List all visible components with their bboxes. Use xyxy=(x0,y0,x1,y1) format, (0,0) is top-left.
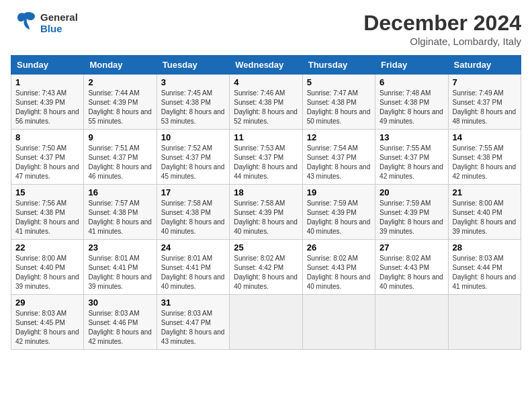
sunrise-line: Sunrise: 8:00 AM xyxy=(453,199,517,208)
day-detail: Sunrise: 8:03 AMSunset: 4:44 PMDaylight:… xyxy=(453,254,517,291)
sunrise-line: Sunrise: 7:58 AM xyxy=(161,199,225,208)
daylight-line: Daylight: 8 hours and 43 minutes. xyxy=(161,328,225,347)
sunrise-line: Sunrise: 7:58 AM xyxy=(234,199,298,208)
day-number: 18 xyxy=(234,187,298,197)
calendar-cell: 18Sunrise: 7:58 AMSunset: 4:39 PMDayligh… xyxy=(230,185,302,240)
day-detail: Sunrise: 7:47 AMSunset: 4:38 PMDaylight:… xyxy=(307,89,371,126)
daylight-line: Daylight: 8 hours and 48 minutes. xyxy=(453,107,517,126)
sunset-line: Sunset: 4:37 PM xyxy=(453,98,517,107)
day-number: 20 xyxy=(380,187,443,197)
sunset-line: Sunset: 4:38 PM xyxy=(453,153,517,163)
daylight-line: Daylight: 8 hours and 47 minutes. xyxy=(15,163,79,181)
daylight-line: Daylight: 8 hours and 53 minutes. xyxy=(161,107,225,126)
sunset-line: Sunset: 4:37 PM xyxy=(307,153,371,163)
day-number: 27 xyxy=(380,242,443,253)
day-number: 29 xyxy=(15,298,79,308)
day-detail: Sunrise: 7:52 AMSunset: 4:37 PMDaylight:… xyxy=(161,144,225,181)
day-number: 30 xyxy=(88,298,152,308)
day-number: 21 xyxy=(453,187,517,197)
daylight-line: Daylight: 8 hours and 39 minutes. xyxy=(380,218,443,236)
sunrise-line: Sunrise: 7:49 AM xyxy=(453,89,517,98)
week-row-4: 22Sunrise: 8:00 AMSunset: 4:40 PMDayligh… xyxy=(11,240,521,295)
dow-header-saturday: Saturday xyxy=(448,56,521,75)
sunset-line: Sunset: 4:43 PM xyxy=(380,263,443,273)
logo-blue: Blue xyxy=(40,23,78,34)
calendar-cell: 15Sunrise: 7:56 AMSunset: 4:38 PMDayligh… xyxy=(11,185,84,240)
day-detail: Sunrise: 8:02 AMSunset: 4:42 PMDaylight:… xyxy=(234,254,298,291)
day-number: 24 xyxy=(161,242,225,253)
day-detail: Sunrise: 7:43 AMSunset: 4:39 PMDaylight:… xyxy=(15,89,79,126)
day-number: 31 xyxy=(161,298,225,308)
calendar-cell: 1Sunrise: 7:43 AMSunset: 4:39 PMDaylight… xyxy=(11,75,84,130)
sunrise-line: Sunrise: 7:46 AM xyxy=(234,89,298,98)
day-number: 28 xyxy=(453,242,517,253)
calendar-cell: 13Sunrise: 7:55 AMSunset: 4:37 PMDayligh… xyxy=(375,130,448,185)
daylight-line: Daylight: 8 hours and 39 minutes. xyxy=(88,273,152,291)
day-detail: Sunrise: 7:55 AMSunset: 4:38 PMDaylight:… xyxy=(453,144,517,181)
sunset-line: Sunset: 4:44 PM xyxy=(453,263,517,273)
calendar-cell: 26Sunrise: 8:02 AMSunset: 4:43 PMDayligh… xyxy=(302,240,375,295)
calendar-cell: 9Sunrise: 7:51 AMSunset: 4:37 PMDaylight… xyxy=(84,130,157,185)
dow-header-thursday: Thursday xyxy=(302,56,375,75)
day-number: 15 xyxy=(15,187,79,197)
sunset-line: Sunset: 4:39 PM xyxy=(15,98,79,107)
day-detail: Sunrise: 7:58 AMSunset: 4:39 PMDaylight:… xyxy=(234,199,298,236)
logo-text: General Blue xyxy=(40,11,78,35)
calendar-cell: 4Sunrise: 7:46 AMSunset: 4:38 PMDaylight… xyxy=(230,75,302,130)
sunrise-line: Sunrise: 8:03 AM xyxy=(453,254,517,263)
daylight-line: Daylight: 8 hours and 40 minutes. xyxy=(161,273,225,291)
dow-header-friday: Friday xyxy=(375,56,448,75)
daylight-line: Daylight: 8 hours and 41 minutes. xyxy=(88,218,152,236)
daylight-line: Daylight: 8 hours and 45 minutes. xyxy=(161,163,225,181)
sunset-line: Sunset: 4:38 PM xyxy=(161,98,225,107)
calendar-cell xyxy=(302,295,375,350)
sunset-line: Sunset: 4:38 PM xyxy=(15,208,79,218)
sunset-line: Sunset: 4:39 PM xyxy=(380,208,443,218)
calendar-cell: 30Sunrise: 8:03 AMSunset: 4:46 PMDayligh… xyxy=(84,295,157,350)
sunrise-line: Sunrise: 7:59 AM xyxy=(380,199,443,208)
calendar-cell: 27Sunrise: 8:02 AMSunset: 4:43 PMDayligh… xyxy=(375,240,448,295)
day-number: 14 xyxy=(453,132,517,142)
daylight-line: Daylight: 8 hours and 39 minutes. xyxy=(15,273,79,291)
sunset-line: Sunset: 4:40 PM xyxy=(15,263,79,273)
dow-header-monday: Monday xyxy=(84,56,157,75)
day-number: 5 xyxy=(307,77,371,87)
calendar-cell: 3Sunrise: 7:45 AMSunset: 4:38 PMDaylight… xyxy=(157,75,229,130)
daylight-line: Daylight: 8 hours and 42 minutes. xyxy=(88,328,152,347)
daylight-line: Daylight: 8 hours and 40 minutes. xyxy=(161,218,225,236)
calendar-cell: 16Sunrise: 7:57 AMSunset: 4:38 PMDayligh… xyxy=(84,185,157,240)
dow-header-sunday: Sunday xyxy=(11,56,84,75)
day-number: 23 xyxy=(88,242,152,253)
daylight-line: Daylight: 8 hours and 49 minutes. xyxy=(380,107,443,126)
day-detail: Sunrise: 8:02 AMSunset: 4:43 PMDaylight:… xyxy=(307,254,371,291)
week-row-5: 29Sunrise: 8:03 AMSunset: 4:45 PMDayligh… xyxy=(11,295,521,350)
sunset-line: Sunset: 4:46 PM xyxy=(88,318,152,328)
daylight-line: Daylight: 8 hours and 52 minutes. xyxy=(234,107,298,126)
dow-header-tuesday: Tuesday xyxy=(157,56,229,75)
day-detail: Sunrise: 8:03 AMSunset: 4:47 PMDaylight:… xyxy=(161,309,225,347)
sunset-line: Sunset: 4:41 PM xyxy=(88,263,152,273)
sunrise-line: Sunrise: 7:48 AM xyxy=(380,89,443,98)
sunset-line: Sunset: 4:38 PM xyxy=(161,208,225,218)
sunset-line: Sunset: 4:47 PM xyxy=(161,318,225,328)
sunrise-line: Sunrise: 7:45 AM xyxy=(161,89,225,98)
sunset-line: Sunset: 4:40 PM xyxy=(453,208,517,218)
calendar-cell: 6Sunrise: 7:48 AMSunset: 4:38 PMDaylight… xyxy=(375,75,448,130)
daylight-line: Daylight: 8 hours and 40 minutes. xyxy=(380,273,443,291)
calendar-cell: 14Sunrise: 7:55 AMSunset: 4:38 PMDayligh… xyxy=(448,130,521,185)
daylight-line: Daylight: 8 hours and 40 minutes. xyxy=(307,218,371,236)
sunset-line: Sunset: 4:43 PM xyxy=(307,263,371,273)
sunrise-line: Sunrise: 7:56 AM xyxy=(15,199,79,208)
sunset-line: Sunset: 4:39 PM xyxy=(88,98,152,107)
sunset-line: Sunset: 4:41 PM xyxy=(161,263,225,273)
day-detail: Sunrise: 7:58 AMSunset: 4:38 PMDaylight:… xyxy=(161,199,225,236)
sunrise-line: Sunrise: 8:02 AM xyxy=(380,254,443,263)
day-number: 17 xyxy=(161,187,225,197)
calendar-cell: 2Sunrise: 7:44 AMSunset: 4:39 PMDaylight… xyxy=(84,75,157,130)
daylight-line: Daylight: 8 hours and 39 minutes. xyxy=(453,218,517,236)
sunrise-line: Sunrise: 8:01 AM xyxy=(161,254,225,263)
calendar-table: SundayMondayTuesdayWednesdayThursdayFrid… xyxy=(11,55,521,350)
day-detail: Sunrise: 7:45 AMSunset: 4:38 PMDaylight:… xyxy=(161,89,225,126)
day-detail: Sunrise: 7:44 AMSunset: 4:39 PMDaylight:… xyxy=(88,89,152,126)
logo-general: General xyxy=(40,11,78,23)
